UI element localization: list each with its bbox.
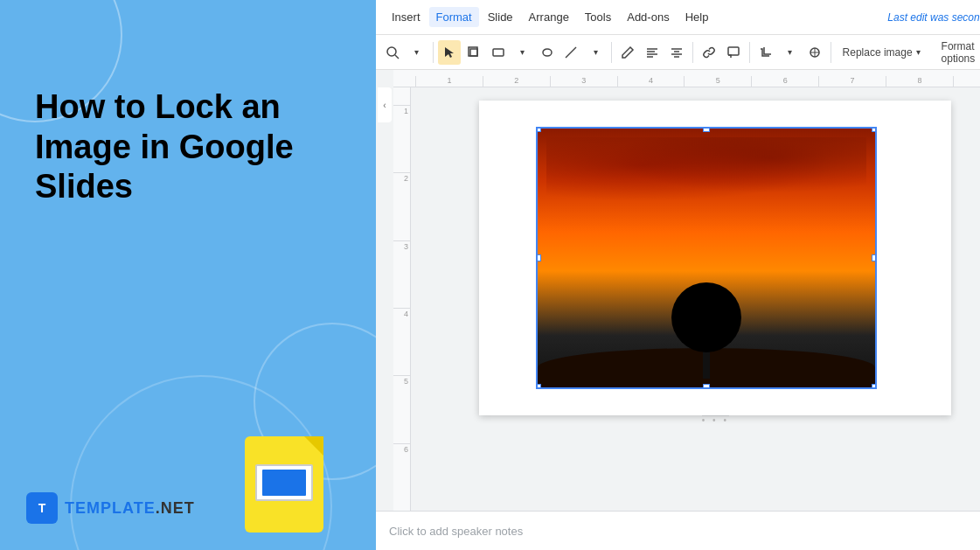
last-edit-link[interactable]: Last edit was seconds ago — [887, 11, 980, 24]
comment-button[interactable] — [722, 40, 745, 65]
svg-rect-15 — [728, 47, 739, 55]
shape-dropdown[interactable]: ▾ — [511, 40, 534, 65]
separator-1 — [433, 42, 434, 63]
ruler-mark-2: 2 — [483, 76, 550, 87]
slide-with-ruler: 1 2 3 4 5 6 — [393, 87, 980, 511]
handle-bottom-left[interactable] — [536, 384, 541, 389]
separator-5 — [831, 42, 831, 63]
shape-button[interactable] — [487, 40, 510, 65]
speaker-notes-placeholder: Click to add speaker notes — [389, 525, 523, 538]
logo-area: T TEMPLATE.NET — [26, 492, 195, 524]
scrollbar-indicator: • • • — [702, 415, 729, 425]
ruler-mark-3: 3 — [550, 76, 617, 87]
menu-arrange[interactable]: Arrange — [522, 7, 576, 27]
ruler-v-mark-5: 5 — [393, 375, 410, 442]
line-dropdown[interactable]: ▾ — [584, 40, 607, 65]
format-options-button[interactable]: Format options — [933, 37, 980, 68]
handle-bottom-right[interactable] — [872, 384, 877, 389]
align-options-button[interactable] — [665, 40, 688, 65]
template-logo-text: TEMPLATE.NET — [65, 499, 195, 518]
menu-tools[interactable]: Tools — [578, 7, 618, 27]
svg-point-5 — [543, 49, 552, 56]
article-title: How to Lock an Image in Google Slides — [35, 87, 323, 207]
person-silhouette — [705, 330, 708, 344]
menu-addons[interactable]: Add-ons — [620, 7, 676, 27]
cloud-effect — [546, 137, 866, 207]
separator-4 — [749, 42, 750, 63]
slide-panel-left: ‹ — [376, 70, 393, 511]
ruler-mark-9: 9 — [953, 76, 980, 87]
icon-fold — [304, 436, 323, 456]
google-slides-icon — [245, 436, 323, 533]
replace-image-button[interactable]: Replace image ▾ — [836, 40, 928, 65]
line-button[interactable] — [560, 40, 582, 65]
link-button[interactable] — [698, 40, 720, 65]
ruler-mark-7: 7 — [818, 76, 886, 87]
ruler-mark-5: 5 — [684, 76, 751, 87]
svg-line-1 — [395, 55, 399, 59]
logo-suffix: .NET — [156, 499, 195, 517]
logo-main: TEMPLATE — [65, 499, 156, 517]
slide-area: ‹ 1 2 3 4 5 6 7 8 9 1 2 3 4 — [376, 70, 980, 511]
svg-line-6 — [566, 47, 576, 58]
image-adjust-button[interactable] — [803, 40, 826, 65]
handle-top-right[interactable] — [872, 127, 877, 132]
tree-trunk — [703, 335, 710, 379]
handle-top-left[interactable] — [536, 127, 541, 132]
menu-bar: Insert Format Slide Arrange Tools Add-on… — [376, 0, 980, 35]
ruler-mark-4: 4 — [617, 76, 685, 87]
icon-screen — [255, 464, 313, 501]
vertical-ruler: 1 2 3 4 5 6 — [393, 87, 411, 511]
horizontal-scrollbar[interactable]: • • • — [702, 415, 729, 424]
handle-middle-right[interactable] — [872, 254, 877, 261]
zoom-button[interactable] — [381, 40, 404, 65]
toolbar: ▾ ▾ ▾ — [376, 35, 980, 70]
svg-rect-4 — [493, 49, 504, 56]
selected-image[interactable] — [536, 127, 877, 389]
menu-slide[interactable]: Slide — [481, 7, 520, 27]
separator-3 — [692, 42, 693, 63]
svg-point-0 — [387, 47, 396, 56]
image-crop-button[interactable] — [462, 40, 485, 65]
align-left-button[interactable] — [641, 40, 664, 65]
template-logo-icon: T — [26, 492, 58, 524]
ruler-v-mark-3: 3 — [393, 240, 410, 308]
menu-help[interactable]: Help — [678, 7, 716, 27]
ruler-v-mark-1: 1 — [393, 105, 410, 172]
handle-middle-left[interactable] — [536, 254, 541, 261]
ruler-mark-6: 6 — [751, 76, 818, 87]
slide-canvas[interactable] — [479, 101, 951, 415]
lasso-button[interactable] — [536, 40, 559, 65]
google-slides-panel: Insert Format Slide Arrange Tools Add-on… — [376, 0, 980, 550]
svg-rect-3 — [470, 49, 477, 56]
handle-top-center[interactable] — [703, 127, 710, 132]
ruler-mark-8: 8 — [886, 76, 953, 87]
menu-format[interactable]: Format — [429, 7, 479, 27]
select-tool-button[interactable] — [438, 40, 461, 65]
zoom-dropdown[interactable]: ▾ — [406, 40, 428, 65]
icon-screen-inner — [262, 470, 306, 496]
crop-mask-button[interactable] — [754, 40, 777, 65]
slide-nav-arrow[interactable]: ‹ — [378, 87, 392, 122]
separator-2 — [611, 42, 612, 63]
pen-button[interactable] — [616, 40, 639, 65]
menu-insert[interactable]: Insert — [385, 7, 427, 27]
ruler-mark-1: 1 — [415, 76, 483, 87]
last-edit-status: Last edit was seconds ago — [887, 11, 980, 24]
ruler-v-mark-4: 4 — [393, 308, 410, 375]
horizontal-ruler: 1 2 3 4 5 6 7 8 9 — [393, 70, 980, 87]
speaker-notes[interactable]: Click to add speaker notes — [376, 511, 980, 550]
ruler-and-slide: 1 2 3 4 5 6 7 8 9 1 2 3 4 5 6 — [393, 70, 980, 511]
replace-image-label: Replace image — [843, 46, 913, 59]
crop-dropdown[interactable]: ▾ — [779, 40, 802, 65]
left-panel: How to Lock an Image in Google Slides T … — [0, 0, 376, 550]
ruler-v-mark-6: 6 — [393, 443, 410, 511]
ruler-v-mark-2: 2 — [393, 172, 410, 240]
slide-canvas-wrap: • • • — [411, 87, 980, 511]
replace-image-chevron: ▾ — [916, 47, 921, 57]
handle-bottom-center[interactable] — [703, 384, 710, 389]
